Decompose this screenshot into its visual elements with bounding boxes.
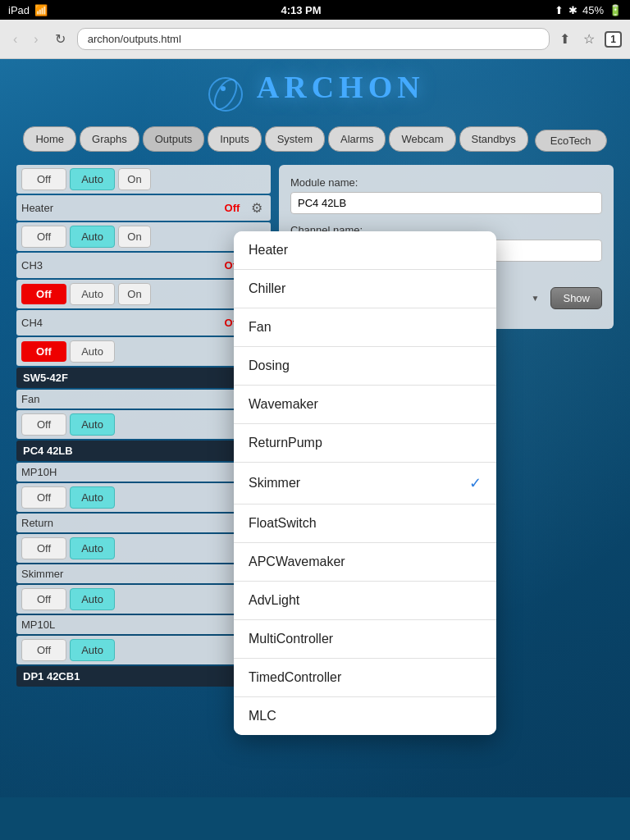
global-control-row: Off Auto On: [16, 165, 271, 194]
dropdown-item-timedcontroller[interactable]: TimedController: [234, 659, 496, 697]
mp10l-label-row: MP10L On: [16, 615, 271, 634]
mp10h-auto-button[interactable]: Auto: [70, 486, 115, 509]
dropdown-item-dosing[interactable]: Dosing: [234, 347, 496, 386]
dropdown-chiller-label: Chiller: [249, 281, 285, 296]
fan-off-button[interactable]: Off: [21, 413, 66, 436]
heater-gear-button[interactable]: ⚙: [248, 199, 266, 217]
status-left: iPad 📶: [8, 4, 48, 16]
tab-count[interactable]: 1: [605, 31, 622, 48]
ch4-off-button[interactable]: Off: [21, 341, 66, 362]
global-off-button[interactable]: Off: [21, 168, 66, 190]
global-on-button[interactable]: On: [118, 168, 151, 190]
dropdown-advlight-label: AdvLight: [249, 593, 299, 608]
dropdown-wavemaker-label: Wavemaker: [249, 397, 318, 412]
dropdown-item-apcwavemaker[interactable]: APCWavemaker: [234, 543, 496, 582]
nav-alarms[interactable]: Alarms: [328, 126, 386, 152]
dropdown-multicontroller-label: MultiController: [249, 632, 333, 646]
function-dropdown: Heater Chiller Fan Dosing Wavemaker Retu…: [234, 231, 496, 735]
mp10l-auto-button[interactable]: Auto: [70, 639, 115, 661]
outputs-panel: Off Auto On Heater Off ⚙ Off Auto On CH3…: [16, 165, 271, 688]
time-display: 4:13 PM: [281, 4, 321, 16]
logo-area: ARCHON: [0, 59, 630, 121]
skimmer-control-row: Off Auto: [16, 585, 271, 614]
dropdown-dosing-label: Dosing: [249, 358, 290, 373]
browser-bar: ‹ › ↻ ⬆ ☆ 1: [0, 20, 630, 59]
forward-button[interactable]: ›: [29, 29, 43, 50]
gps-icon: ⬆: [555, 4, 564, 16]
share-button[interactable]: ⬆: [556, 30, 573, 48]
pc442lb-header: PC4 42LB: [16, 441, 271, 461]
mp10h-off-button[interactable]: Off: [21, 486, 66, 509]
nav-inputs[interactable]: Inputs: [208, 126, 261, 152]
fan-auto-button[interactable]: Auto: [70, 413, 115, 436]
bookmark-button[interactable]: ☆: [580, 30, 598, 48]
dropdown-item-skimmer[interactable]: Skimmer ✓: [234, 463, 496, 504]
show-button[interactable]: Show: [550, 287, 602, 309]
dropdown-item-returnpump[interactable]: ReturnPump: [234, 424, 496, 463]
return-off-button[interactable]: Off: [21, 537, 66, 559]
dropdown-item-fan[interactable]: Fan: [234, 308, 496, 347]
heater-label-row: Heater Off ⚙: [16, 195, 271, 221]
module-name-input[interactable]: [290, 192, 602, 214]
dropdown-floatswitch-label: FloatSwitch: [249, 516, 317, 531]
heater-on-button[interactable]: On: [118, 226, 151, 248]
skimmer-off-button[interactable]: Off: [21, 588, 66, 610]
ch4-control-row: Off Auto: [16, 337, 271, 366]
carrier-label: iPad: [8, 4, 30, 16]
heater-status: Off: [220, 202, 244, 214]
url-bar[interactable]: [77, 28, 550, 50]
svg-point-2: [221, 86, 226, 91]
skimmer-auto-button[interactable]: Auto: [70, 588, 115, 610]
dropdown-returnpump-label: ReturnPump: [249, 436, 322, 450]
mp10h-label: MP10H: [21, 466, 238, 478]
ch3-label-row: CH3 Off ⚙: [16, 253, 271, 278]
fan-label-row: Fan On: [16, 390, 271, 409]
logo-icon: [205, 74, 246, 115]
back-button[interactable]: ‹: [8, 29, 22, 50]
heater-auto-button[interactable]: Auto: [70, 226, 115, 248]
dropdown-item-mlc[interactable]: MLC: [234, 697, 496, 735]
dropdown-item-wavemaker[interactable]: Wavemaker: [234, 386, 496, 424]
ch4-label: CH4: [21, 317, 217, 329]
return-auto-button[interactable]: Auto: [70, 537, 115, 559]
skimmer-label-row: Skimmer On: [16, 564, 271, 583]
navigation-bar: Home Graphs Outputs Inputs System Alarms…: [0, 121, 630, 157]
mp10l-control-row: Off Auto: [16, 636, 271, 664]
skimmer-label: Skimmer: [21, 568, 238, 580]
dropdown-item-advlight[interactable]: AdvLight: [234, 582, 496, 620]
browser-actions: ⬆ ☆ 1: [556, 30, 622, 48]
ch4-auto-button[interactable]: Auto: [70, 340, 115, 363]
nav-webcam[interactable]: Webcam: [389, 126, 455, 152]
ch3-auto-button[interactable]: Auto: [70, 283, 115, 305]
mp10l-label: MP10L: [21, 619, 238, 631]
dropdown-item-multicontroller[interactable]: MultiController: [234, 620, 496, 659]
return-label-row: Return On: [16, 514, 271, 532]
mp10l-off-button[interactable]: Off: [21, 639, 66, 661]
fan-control-row: Off Auto: [16, 410, 271, 439]
nav-standbys[interactable]: Standbys: [459, 126, 528, 152]
nav-home[interactable]: Home: [23, 126, 76, 152]
dropdown-skimmer-label: Skimmer: [249, 476, 300, 491]
logo-text: ARCHON: [257, 70, 425, 104]
bluetooth-icon: ✱: [568, 4, 578, 16]
status-bar: iPad 📶 4:13 PM ⬆ ✱ 45% 🔋: [0, 0, 630, 20]
dropdown-item-floatswitch[interactable]: FloatSwitch: [234, 504, 496, 543]
nav-outputs[interactable]: Outputs: [143, 126, 205, 152]
ch4-label-row: CH4 Off ⚙: [16, 310, 271, 336]
global-auto-button[interactable]: Auto: [70, 168, 115, 190]
mp10h-control-row: Off Auto: [16, 483, 271, 512]
nav-ecotech[interactable]: EcoTech: [535, 130, 607, 152]
dropdown-item-chiller[interactable]: Chiller: [234, 270, 496, 308]
reload-button[interactable]: ↻: [50, 28, 71, 50]
nav-graphs[interactable]: Graphs: [80, 126, 139, 152]
dropdown-item-heater[interactable]: Heater: [234, 231, 496, 270]
ch3-off-button[interactable]: Off: [21, 284, 66, 304]
ch3-on-button[interactable]: On: [118, 283, 151, 305]
battery-label: 45%: [582, 4, 604, 16]
nav-system[interactable]: System: [265, 126, 325, 152]
dp142cb1-header: DP1 42CB1: [16, 666, 271, 687]
heater-off-button[interactable]: Off: [21, 226, 66, 248]
selected-checkmark: ✓: [469, 474, 482, 492]
dropdown-mlc-label: MLC: [249, 709, 276, 724]
ch3-control-row: Off Auto On: [16, 280, 271, 308]
